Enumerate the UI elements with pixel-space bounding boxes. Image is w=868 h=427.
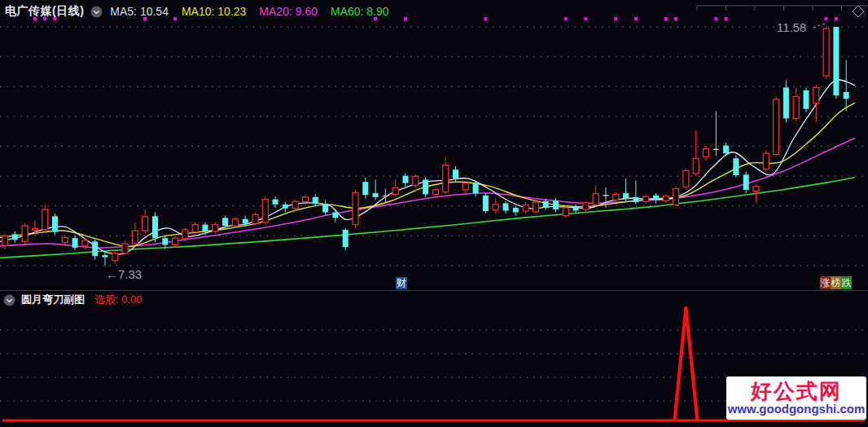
watermark-title: 好公式网 xyxy=(751,381,842,402)
candlestick-chart-canvas[interactable] xyxy=(0,0,868,427)
board-badge[interactable]: 榜 xyxy=(831,276,841,289)
high-price-label: 11.58 xyxy=(777,20,806,34)
sub-collapse-chevron-icon[interactable] xyxy=(3,294,15,306)
rank-badges: 涨 榜 跌 xyxy=(820,276,852,289)
chart-window: 电广传媒(日线) MA5: 10.54 MA10: 10.23 MA20: 9.… xyxy=(0,0,868,427)
indicator-metric: 选股: 0.00 xyxy=(94,293,142,307)
rise-badge[interactable]: 涨 xyxy=(820,276,831,289)
ma60-value: 8.90 xyxy=(366,5,388,18)
main-chart-header: 电广传媒(日线) MA5: 10.54 MA10: 10.23 MA20: 9.… xyxy=(5,4,402,19)
low-price-label: ←7.33 xyxy=(106,267,142,281)
ma60-legend: MA60: 8.90 xyxy=(331,5,389,18)
ma10-value: 10.23 xyxy=(217,5,246,18)
panel-divider xyxy=(0,290,868,291)
metric-label: 选股: xyxy=(94,293,119,306)
watermark-url[interactable]: www.goodgongshi.com xyxy=(728,402,866,416)
cai-marker-badge[interactable]: 财 xyxy=(396,277,407,289)
ma5-label: MA5: xyxy=(110,5,137,18)
ma5-legend: MA5: 10.54 xyxy=(110,5,169,18)
indicator-title: 圆月弯刀副图 xyxy=(21,293,85,307)
ma10-label: MA10: xyxy=(182,5,214,18)
metric-value: 0.00 xyxy=(121,293,142,306)
sub-panel-header: 圆月弯刀副图 选股: 0.00 xyxy=(3,293,142,307)
ma5-value: 10.54 xyxy=(140,5,169,18)
ma20-label: MA20: xyxy=(259,5,292,18)
fall-badge[interactable]: 跌 xyxy=(841,276,852,289)
ma20-legend: MA20: 9.60 xyxy=(259,5,318,18)
collapse-chevron-icon[interactable] xyxy=(90,6,103,18)
site-watermark[interactable]: 好公式网 www.goodgongshi.com xyxy=(726,376,866,420)
ma20-value: 9.60 xyxy=(296,5,318,18)
ma10-legend: MA10: 10.23 xyxy=(182,5,246,18)
stock-title: 电广传媒(日线) xyxy=(5,4,84,19)
ma60-label: MA60: xyxy=(331,5,363,18)
